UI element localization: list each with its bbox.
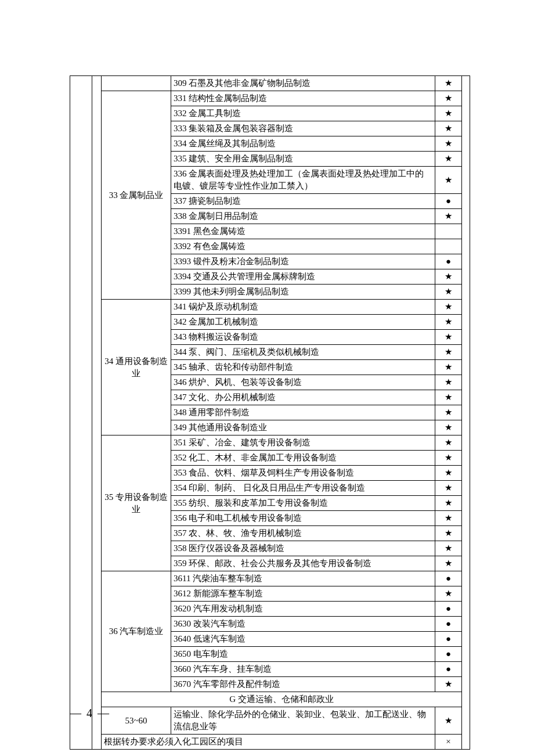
desc-cell: 357 农、林、牧、渔专用机械制造 xyxy=(171,526,435,541)
category-cell: 34 通用设备制造业 xyxy=(102,300,171,435)
desc-cell: 3611 汽柴油车整车制造 xyxy=(171,571,435,586)
desc-cell: 309 石墨及其他非金属矿物制品制造 xyxy=(171,76,435,91)
mark-cell: ★ xyxy=(435,390,462,405)
category-cell: 36 汽车制造业 xyxy=(102,571,171,692)
mark-cell: ★ xyxy=(435,526,462,541)
desc-cell: 348 通用零部件制造 xyxy=(171,405,435,420)
page-number: — 4 — xyxy=(70,707,110,720)
desc-cell: 3640 低速汽车制造 xyxy=(171,632,435,647)
right-gap-cell xyxy=(462,76,470,750)
mark-cell: ★ xyxy=(435,330,462,345)
desc-cell: 运输业、除化学品外的仓储业、装卸业、包装业、加工配送业、物流信息业等 xyxy=(171,707,435,735)
mark-cell: ★ xyxy=(435,466,462,481)
desc-cell: 3392 有色金属铸造 xyxy=(171,239,435,254)
desc-cell: 3670 汽车零部件及配件制造 xyxy=(171,677,435,692)
left-gap-cell xyxy=(92,76,102,750)
mark-cell: ★ xyxy=(435,707,462,735)
mark-cell: ★ xyxy=(435,496,462,511)
section-header: G 交通运输、仓储和邮政业 xyxy=(102,692,462,707)
desc-cell: 354 印刷、制药、 日化及日用品生产专用设备制造 xyxy=(171,481,435,496)
mark-cell xyxy=(435,224,462,239)
category-cell: 53~60 xyxy=(102,707,171,735)
mark-cell: ★ xyxy=(435,451,462,466)
mark-cell: ● xyxy=(435,571,462,586)
category-cell xyxy=(102,76,171,91)
mark-cell: ★ xyxy=(435,91,462,106)
mark-cell: ● xyxy=(435,602,462,617)
desc-cell: 3393 锻件及粉末冶金制品制造 xyxy=(171,254,435,269)
desc-cell: 337 搪瓷制品制造 xyxy=(171,194,435,209)
mark-cell: ★ xyxy=(435,121,462,136)
mark-cell: ★ xyxy=(435,152,462,167)
mark-cell: ★ xyxy=(435,420,462,435)
desc-cell: 3612 新能源车整车制造 xyxy=(171,586,435,602)
industry-table: 309 石墨及其他非金属矿物制品制造★33 金属制品业331 结构性金属制品制造… xyxy=(70,75,470,750)
mark-cell: ★ xyxy=(435,586,462,602)
mark-cell: ★ xyxy=(435,136,462,152)
desc-cell: 336 金属表面处理及热处理加工（金属表面处理及热处理加工中的电镀、镀层等专业性… xyxy=(171,167,435,194)
mark-cell: ★ xyxy=(435,405,462,420)
mark-cell: ● xyxy=(435,647,462,662)
mark-cell: ● xyxy=(435,662,462,677)
desc-cell: 331 结构性金属制品制造 xyxy=(171,91,435,106)
desc-cell: 359 环保、邮政、社会公共服务及其他专用设备制造 xyxy=(171,556,435,571)
mark-cell: ★ xyxy=(435,541,462,556)
mark-cell: ★ xyxy=(435,167,462,194)
desc-cell: 341 锅炉及原动机制造 xyxy=(171,300,435,315)
mark-cell: ★ xyxy=(435,556,462,571)
desc-cell: 344 泵、阀门、压缩机及类似机械制造 xyxy=(171,345,435,360)
desc-cell: 343 物料搬运设备制造 xyxy=(171,330,435,345)
mark-cell: ● xyxy=(435,632,462,647)
desc-cell: 356 电子和电工机械专用设备制造 xyxy=(171,511,435,526)
left-margin-cell xyxy=(70,76,92,750)
mark-cell: ★ xyxy=(435,435,462,451)
desc-cell: 358 医疗仪器设备及器械制造 xyxy=(171,541,435,556)
desc-cell: 345 轴承、齿轮和传动部件制造 xyxy=(171,360,435,375)
desc-cell: 351 采矿、冶金、建筑专用设备制造 xyxy=(171,435,435,451)
desc-cell: 334 金属丝绳及其制品制造 xyxy=(171,136,435,152)
desc-cell: 3650 电车制造 xyxy=(171,647,435,662)
desc-cell: 355 纺织、服装和皮革加工专用设备制造 xyxy=(171,496,435,511)
mark-cell: ● xyxy=(435,617,462,632)
mark-cell: ★ xyxy=(435,511,462,526)
desc-cell: 3660 汽车车身、挂车制造 xyxy=(171,662,435,677)
mark-cell: ★ xyxy=(435,269,462,285)
mark-cell: ★ xyxy=(435,481,462,496)
footer-desc: 根据转办要求必须入化工园区的项目 xyxy=(102,735,435,750)
mark-cell xyxy=(435,239,462,254)
mark-cell: ★ xyxy=(435,360,462,375)
category-cell: 35 专用设备制造业 xyxy=(102,435,171,571)
mark-cell: ★ xyxy=(435,315,462,330)
mark-cell: ● xyxy=(435,254,462,269)
mark-cell: ★ xyxy=(435,106,462,121)
desc-cell: 3620 汽车用发动机制造 xyxy=(171,602,435,617)
mark-cell: ★ xyxy=(435,375,462,390)
desc-cell: 333 集装箱及金属包装容器制造 xyxy=(171,121,435,136)
mark-cell: ★ xyxy=(435,345,462,360)
desc-cell: 3399 其他未列明金属制品制造 xyxy=(171,285,435,300)
mark-cell: ★ xyxy=(435,76,462,91)
desc-cell: 353 食品、饮料、烟草及饲料生产专用设备制造 xyxy=(171,466,435,481)
desc-cell: 3630 改装汽车制造 xyxy=(171,617,435,632)
desc-cell: 346 烘炉、风机、包装等设备制造 xyxy=(171,375,435,390)
desc-cell: 3391 黑色金属铸造 xyxy=(171,224,435,239)
mark-cell: ★ xyxy=(435,300,462,315)
desc-cell: 332 金属工具制造 xyxy=(171,106,435,121)
desc-cell: 335 建筑、安全用金属制品制造 xyxy=(171,152,435,167)
mark-cell: ★ xyxy=(435,285,462,300)
desc-cell: 347 文化、办公用机械制造 xyxy=(171,390,435,405)
mark-cell: × xyxy=(435,735,462,750)
document-page: 309 石墨及其他非金属矿物制品制造★33 金属制品业331 结构性金属制品制造… xyxy=(0,0,534,756)
desc-cell: 349 其他通用设备制造业 xyxy=(171,420,435,435)
desc-cell: 352 化工、木材、非金属加工专用设备制造 xyxy=(171,451,435,466)
mark-cell: ★ xyxy=(435,209,462,224)
mark-cell: ★ xyxy=(435,677,462,692)
desc-cell: 338 金属制日用品制造 xyxy=(171,209,435,224)
mark-cell: ● xyxy=(435,194,462,209)
desc-cell: 342 金属加工机械制造 xyxy=(171,315,435,330)
category-cell: 33 金属制品业 xyxy=(102,91,171,300)
desc-cell: 3394 交通及公共管理用金属标牌制造 xyxy=(171,269,435,285)
